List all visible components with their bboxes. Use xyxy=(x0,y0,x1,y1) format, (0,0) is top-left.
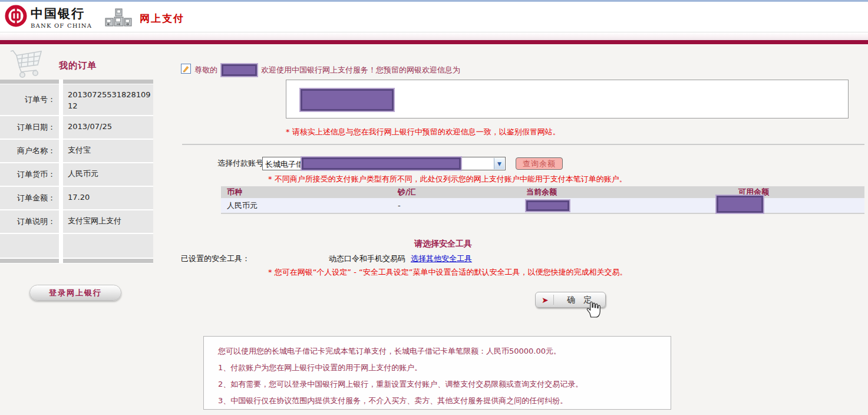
online-payment-page: 中国银行 BANK OF CHINA 网上支付 xyxy=(0,0,868,415)
redacted-customer-name xyxy=(222,64,257,76)
order-details-table: 订单号： 2013072553182810912 订单日期： 2013/07/2… xyxy=(0,80,153,264)
order-date-row: 订单日期： 2013/07/25 xyxy=(0,116,153,139)
currency-header: 币种 xyxy=(221,187,398,197)
order-date-value: 2013/07/25 xyxy=(63,116,153,139)
notice-intro: 您可以使用您的长城电子借记卡完成本笔订单支付，长城电子借记卡单笔限额：人民币50… xyxy=(218,347,671,356)
bank-of-china-logo-icon xyxy=(5,5,27,29)
table-bottom-strip xyxy=(0,259,153,263)
order-description-label: 订单说明： xyxy=(0,210,59,233)
redacted-current-balance xyxy=(526,200,569,211)
bank-name-cn: 中国银行 xyxy=(31,5,92,22)
welcome-row: 尊敬的 欢迎使用中国银行网上支付服务！您预留的网银欢迎信息为 xyxy=(181,64,460,76)
section-divider xyxy=(182,144,864,145)
welcome-message-box xyxy=(286,80,849,118)
maroon-divider-bar xyxy=(0,40,868,44)
order-amount-label: 订单金额： xyxy=(0,187,59,209)
redacted-available-balance xyxy=(717,196,763,213)
notice-item-3: 3、中国银行仅在协议范围内提供支付服务，不介入买方、卖方、其他支付服务提供商之间… xyxy=(218,396,671,406)
welcome-suffix: 欢迎使用中国银行网上支付服务！您预留的网银欢迎信息为 xyxy=(261,65,460,75)
order-currency-label: 订单货币： xyxy=(0,163,59,186)
verify-message-note: * 请核实上述信息与您在我行网上银行中预留的欢迎信息一致，以鉴别假冒网站。 xyxy=(286,127,560,137)
order-currency-value: 人民币元 xyxy=(63,163,153,186)
welcome-prefix: 尊敬的 xyxy=(194,65,217,75)
bank-logo-group: 中国银行 BANK OF CHINA xyxy=(5,5,92,29)
shopping-cart-icon xyxy=(9,48,47,81)
merchant-name-row: 商户名称： 支付宝 xyxy=(0,140,153,162)
page-title: 网上支付 xyxy=(140,12,184,25)
notice-item-1: 1、付款账户为您在网上银行中设置的用于网上支付的账户。 xyxy=(218,363,671,373)
order-description-row: 订单说明： 支付宝网上支付 xyxy=(0,210,153,233)
security-tool-value: 动态口令和手机交易码 xyxy=(329,253,405,264)
order-description-value: 支付宝网上支付 xyxy=(63,210,153,233)
security-tool-label: 已设置的安全工具： xyxy=(181,253,250,264)
balance-table: 币种 钞/汇 当前余额 可用余额 人民币元 - xyxy=(221,186,864,214)
note-edit-icon xyxy=(181,64,191,76)
choose-other-security-tool-link[interactable]: 选择其他安全工具 xyxy=(411,253,472,264)
merchant-name-label: 商户名称： xyxy=(0,140,59,162)
bank-name-en: BANK OF CHINA xyxy=(31,22,92,29)
redacted-welcome-message xyxy=(301,89,394,111)
chevron-down-icon[interactable]: ▼ xyxy=(494,158,504,169)
online-payment-kiosk-icon xyxy=(105,8,132,30)
redacted-account-number xyxy=(302,157,461,170)
order-number-label: 订单号： xyxy=(0,84,59,115)
query-balance-button[interactable]: 查询余额 xyxy=(516,157,563,170)
security-settings-note: * 您可在网银“个人设定” - “安全工具设定”菜单中设置合适的默认安全工具，以… xyxy=(268,267,628,278)
balance-table-header: 币种 钞/汇 当前余额 可用余额 xyxy=(221,186,864,198)
order-date-label: 订单日期： xyxy=(0,116,59,139)
notice-item-2: 2、如有需要，您可以登录中国银行网上银行，重新设置支付账户、调整支付交易限额或查… xyxy=(218,380,671,389)
payment-account-select[interactable]: 长城电子借记卡 ▼ xyxy=(262,157,506,170)
account-types-note: * 不同商户所接受的支付账户类型有所不同，此处仅列示您的网上支付账户中能用于支付… xyxy=(268,174,627,185)
red-arrow-icon: ➤ xyxy=(542,295,549,305)
bank-names: 中国银行 BANK OF CHINA xyxy=(31,5,92,29)
main-content: 尊敬的 欢迎使用中国银行网上支付服务！您预留的网银欢迎信息为 * 请核实上述信息… xyxy=(181,64,864,411)
table-top-strip xyxy=(0,80,153,84)
header-bar: 中国银行 BANK OF CHINA 网上支付 xyxy=(0,2,868,32)
security-tool-title: 请选择安全工具 xyxy=(181,239,705,249)
cash-exchange-cell: - xyxy=(398,201,526,210)
balance-table-row: 人民币元 - xyxy=(221,198,864,214)
order-amount-row: 订单金额： 17.20 xyxy=(0,187,153,209)
empty-row xyxy=(0,234,153,258)
payment-notice-box: 您可以使用您的长城电子借记卡完成本笔订单支付，长城电子借记卡单笔限额：人民币50… xyxy=(203,336,671,410)
cash-exchange-header: 钞/汇 xyxy=(398,187,526,197)
currency-cell: 人民币元 xyxy=(221,200,398,211)
hand-cursor-icon xyxy=(586,301,602,321)
order-amount-value: 17.20 xyxy=(63,187,153,209)
login-online-banking-button[interactable]: 登录网上银行 xyxy=(29,285,121,301)
order-number-row: 订单号： 2013072553182810912 xyxy=(0,84,153,115)
order-currency-row: 订单货币： 人民币元 xyxy=(0,163,153,186)
sidebar-title: 我的订单 xyxy=(59,60,97,71)
current-balance-header: 当前余额 xyxy=(526,187,738,197)
order-number-value: 2013072553182810912 xyxy=(63,84,153,115)
merchant-name-value: 支付宝 xyxy=(63,140,153,162)
header-fade-strip xyxy=(0,32,868,40)
